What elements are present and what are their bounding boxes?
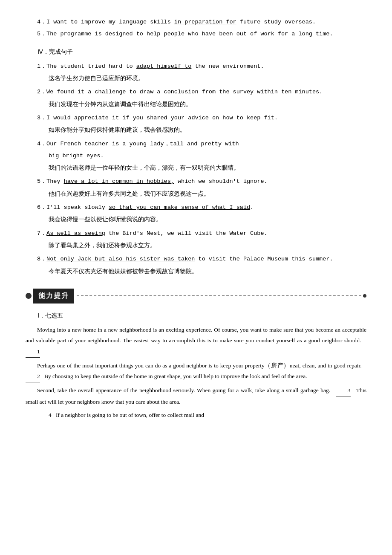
item5-underlined: is designed to — [95, 31, 143, 37]
dashed-divider — [77, 295, 361, 296]
paragraph-4: 4 If a neighbor is going to be out of to… — [26, 410, 366, 421]
iv-item3-after: if you shared your advice on how to keep… — [119, 115, 278, 121]
paragraph-2: Perhaps one of the most important things… — [26, 360, 366, 382]
iv-item-2-english: 2．We found it a challenge to draw a conc… — [26, 87, 366, 97]
iv-item-5-chinese: 他们在兴趣爱好上有许多共同之处，我们不应该忽视这一点。 — [26, 189, 366, 199]
iv-item-5-english: 5．They have a lot in common in hobbies, … — [26, 176, 366, 187]
iv-item3-before: 3．I — [37, 115, 53, 121]
iv-item1-underlined: adapt himself to — [136, 63, 192, 69]
paragraph-3: Second, take the overall appearance of t… — [26, 385, 366, 407]
main-content: 4．I want to improve my language skills i… — [26, 17, 366, 421]
iv-item7-after: the Bird's Nest, we will visit the Water… — [105, 230, 268, 237]
item4-underlined: in preparation for — [174, 19, 236, 25]
blank-2: 2 — [26, 371, 40, 382]
item-4: 4．I want to improve my language skills i… — [26, 17, 366, 27]
iv-item1-after: the new environment. — [191, 63, 264, 69]
iv-item-4-chinese: 我们的法语老师是一位年轻的女士，个高，漂亮，有一双明亮的大眼睛。 — [26, 163, 366, 173]
iv-item5-after: which we shouldn't ignore. — [174, 178, 268, 185]
ability-bullet-icon — [26, 293, 32, 299]
iv-item4-after: . — [101, 153, 104, 159]
iv-item8-underlined: Not only Jack but also his sister was ta… — [46, 256, 195, 262]
item4-text-after: future study overseas. — [236, 19, 316, 25]
iv-item-6-english: 6．I'll speak slowly so that you can make… — [26, 202, 366, 213]
iv-item2-before: 2．We found it a challenge to — [37, 89, 140, 95]
iv-item1-before: 1．The student tried hard to — [37, 63, 136, 69]
iv-item-2-chinese: 我们发现在十分钟内从这篇调查中得出结论是困难的。 — [26, 99, 366, 110]
item-5: 5．The programme is designed to help peop… — [26, 29, 366, 39]
iv-item-3-chinese: 如果你能分享如何保持健康的建议，我会很感激的。 — [26, 125, 366, 135]
iv-item8-num: 8． — [37, 256, 46, 262]
iv-item8-after: to visit the Palace Museum this summer. — [195, 256, 333, 262]
iv-item-4-english-cont: big bright eyes. — [26, 151, 366, 161]
iv-item-1-english: 1．The student tried hard to adapt himsel… — [26, 61, 366, 72]
iv-item-3-english: 3．I would appreciate it if you shared yo… — [26, 113, 366, 123]
iv-item6-underlined: so that you can make sense of what I sai… — [109, 204, 250, 211]
iv-item-8-english: 8．Not only Jack but also his sister was … — [26, 254, 366, 264]
section-iv-header: Ⅳ．完成句子 — [26, 46, 366, 57]
ability-title: 能力提升 — [33, 289, 74, 304]
roman-i-header: Ⅰ．七选五 — [26, 310, 366, 321]
iv-item4-underlined-cont: big bright eyes — [49, 153, 101, 159]
iv-item3-underlined: would appreciate it — [53, 115, 119, 121]
blank-4: 4 — [37, 410, 52, 421]
item5-text-before: 5．The programme — [37, 31, 95, 37]
iv-item5-underlined: have a lot in common in hobbies, — [64, 178, 174, 185]
iv-item-7-chinese: 除了看鸟巢之外，我们还将参观水立方。 — [26, 240, 366, 251]
iv-item6-before: 6．I'll speak slowly — [37, 204, 109, 211]
blank-1: 1 — [26, 346, 40, 358]
iv-item-4-english: 4．Our French teacher is a young lady，tal… — [26, 139, 366, 149]
dot-end-icon — [363, 294, 366, 298]
blank-3: 3 — [336, 385, 351, 396]
paragraph-1: Moving into a new home in a new neighbor… — [26, 324, 366, 358]
iv-item5-before: 5．They — [37, 178, 64, 185]
item5-text-after: help people who have been out of work fo… — [143, 31, 333, 37]
ability-section-header: 能力提升 — [26, 289, 366, 304]
iv-item7-underlined: As well as seeing — [46, 230, 105, 237]
iv-item7-num: 7． — [37, 230, 46, 237]
iv-item-8-chinese: 今年夏天不仅杰克还有他妹妹都被带去参观故宫博物院。 — [26, 266, 366, 277]
iv-item4-underlined: tall and pretty with — [170, 141, 239, 147]
iv-item6-after: . — [250, 204, 254, 211]
iv-item2-after: within ten minutes. — [254, 89, 323, 95]
iv-item-6-chinese: 我会说得慢一些以便让你听懂我说的内容。 — [26, 214, 366, 225]
iv-item-1-chinese: 这名学生努力使自己适应新的环境。 — [26, 73, 366, 84]
iv-item2-underlined: draw a conclusion from the survey — [140, 89, 254, 95]
iv-item4-before: 4．Our French teacher is a young lady， — [37, 141, 170, 147]
item4-text-before: 4．I want to improve my language skills — [37, 19, 174, 25]
iv-item-7-english: 7．As well as seeing the Bird's Nest, we … — [26, 228, 366, 239]
